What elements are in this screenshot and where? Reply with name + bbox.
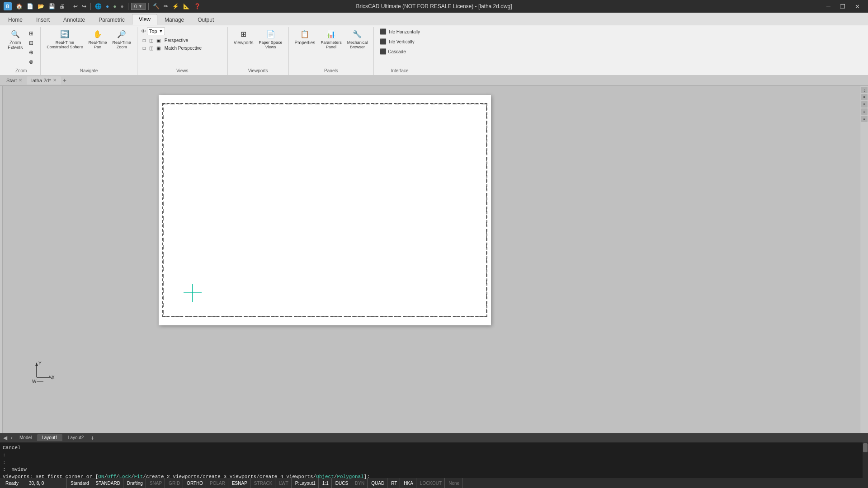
tab-latha[interactable]: latha 2d* ✕	[27, 76, 61, 84]
tile-h-icon: ⬛	[379, 28, 387, 35]
cascade-btn[interactable]: ⬛ Cascade	[377, 47, 422, 56]
qa-dropdown[interactable]: 0 ▼	[131, 3, 146, 10]
match-icon3[interactable]: ▣	[156, 45, 162, 52]
viewports-buttons: ⊞ Viewports 📄 Paper SpaceViews	[231, 27, 285, 66]
zoom-previous-btn[interactable]: ⊟	[26, 38, 37, 47]
interface-buttons: ⬛ Tile Horizontally ⬛ Tile Vertically ⬛ …	[377, 27, 422, 56]
ribbon-group-panels: 📋 Properties 📊 ParametersPanel 🔧 Mechani…	[289, 27, 374, 75]
qa-circle[interactable]: ●	[104, 3, 110, 10]
layout-tab-model[interactable]: Model	[15, 434, 36, 441]
zoom-rt-icon: 🔎	[116, 28, 127, 39]
tab-start[interactable]: Start ✕	[2, 76, 27, 84]
paper-space-icon: 📄	[265, 28, 276, 39]
qa-open[interactable]: 📄	[25, 3, 35, 10]
tile-v-icon: ⬛	[379, 38, 387, 45]
right-strip-btn-5[interactable]: ≡	[861, 116, 868, 122]
pan-label: Real-TimePan	[88, 40, 107, 49]
qa-print[interactable]: 🖨	[58, 3, 66, 10]
tab-insert[interactable]: Insert	[30, 15, 56, 25]
layout-tab-layout1[interactable]: Layout1	[37, 434, 62, 441]
zoom-realtime-btn[interactable]: ⊕	[26, 48, 37, 57]
qa-help[interactable]: ❓	[193, 3, 202, 10]
layout-tab-layout2[interactable]: Layout2	[63, 434, 89, 441]
perspective-icon2[interactable]: ◫	[148, 38, 155, 44]
right-strip-btn-1[interactable]: ⋮	[861, 87, 868, 93]
orbit-label: Real-TimeConstrained Sphere	[47, 40, 83, 49]
zoom-window-btn[interactable]: ⊞	[26, 29, 37, 38]
perspective-icon1[interactable]: □	[141, 38, 147, 44]
qa-undo[interactable]: ↩	[72, 3, 79, 10]
minimize-button[interactable]: ─	[822, 2, 835, 11]
qa-save2[interactable]: 💾	[47, 3, 57, 10]
tab-latha-close[interactable]: ✕	[53, 78, 57, 83]
perspective-icon3[interactable]: ▣	[156, 38, 162, 44]
cmd-polygonal: Polygonal	[337, 474, 363, 479]
tile-h-label: Tile Horizontally	[388, 29, 420, 34]
qa-circle2[interactable]: ●	[112, 3, 118, 10]
qa-snap[interactable]: ⚡	[171, 3, 180, 10]
qa-new[interactable]: 🏠	[14, 3, 24, 10]
tab-annotate[interactable]: Annotate	[57, 15, 91, 25]
layout-nav-prev[interactable]: ◀	[2, 435, 9, 441]
qa-pen[interactable]: ✏	[162, 3, 170, 10]
perspective-btn[interactable]: Perspective	[163, 37, 190, 44]
viewports-btn[interactable]: ⊞ Viewports	[231, 27, 256, 47]
tab-view[interactable]: View	[132, 14, 157, 25]
view-dropdown[interactable]: Top ▼	[147, 27, 165, 35]
command-scrollbar[interactable]	[863, 442, 868, 478]
qa-measure[interactable]: 📐	[182, 3, 191, 10]
document-tabs: Start ✕ latha 2d* ✕ +	[0, 75, 868, 86]
qa-separator2	[90, 3, 91, 10]
canvas-container[interactable]: Y X W	[3, 86, 860, 435]
zoom-previous-icon: ⊟	[28, 39, 35, 47]
pan-btn[interactable]: ✋ Real-TimePan	[86, 27, 109, 51]
layout-nav-prev2[interactable]: ‹	[9, 435, 14, 441]
tab-start-close[interactable]: ✕	[19, 78, 22, 83]
zoom-extents-btn[interactable]: 🔍 ZoomExtents	[5, 27, 25, 52]
tab-output[interactable]: Output	[191, 15, 220, 25]
properties-btn[interactable]: 📋 Properties	[292, 27, 318, 47]
pan-icon: ✋	[92, 28, 103, 39]
zoom-all-btn[interactable]: ⊗	[26, 57, 37, 66]
tab-parametric[interactable]: Parametric	[92, 15, 131, 25]
ucs-svg: Y X W	[32, 361, 57, 384]
cmd-viewports-label: Viewports: Set first corner or [	[3, 474, 98, 479]
qa-redo[interactable]: ↪	[80, 3, 88, 10]
right-strip-btn-2[interactable]: ≡	[861, 94, 868, 100]
match-icon1[interactable]: □	[141, 45, 147, 52]
ribbon-tabs: Home Insert Annotate Parametric View Man…	[0, 13, 868, 25]
right-panel-strip: ⋮ ≡ ≡ ≡ ≡	[860, 86, 868, 435]
mechanical-btn[interactable]: 🔧 MechanicalBrowser	[345, 27, 370, 51]
qa-save[interactable]: 📂	[36, 3, 46, 10]
match-icon2[interactable]: ◫	[148, 45, 155, 52]
tab-manage[interactable]: Manage	[158, 15, 190, 25]
svg-marker-4	[35, 362, 38, 366]
viewport-area: Y X W ⋮ ≡ ≡ ≡ ≡	[0, 86, 868, 435]
orbit-btn[interactable]: 🔄 Real-TimeConstrained Sphere	[44, 27, 85, 51]
tile-vertical-btn[interactable]: ⬛ Tile Vertically	[377, 37, 422, 46]
qa-separator1	[69, 3, 69, 10]
tab-start-label: Start	[6, 78, 17, 83]
ribbon-group-navigate: 🔄 Real-TimeConstrained Sphere ✋ Real-Tim…	[41, 27, 137, 75]
tile-horizontal-btn[interactable]: ⬛ Tile Horizontally	[377, 27, 422, 36]
qa-circle3[interactable]: ●	[119, 3, 125, 10]
right-strip-btn-4[interactable]: ≡	[861, 108, 868, 115]
cmd-line-4: : _mview	[3, 466, 865, 473]
qa-globe[interactable]: 🌐	[94, 3, 103, 10]
new-tab-button[interactable]: +	[61, 77, 68, 84]
zoom-rt-btn[interactable]: 🔎 Real-TimeZoom	[110, 27, 133, 51]
ribbon-group-viewports: ⊞ Viewports 📄 Paper SpaceViews Viewports	[228, 27, 289, 75]
paper-space-btn[interactable]: 📄 Paper SpaceViews	[257, 27, 285, 51]
tile-v-label: Tile Vertically	[388, 39, 415, 44]
restore-button[interactable]: ❐	[835, 2, 850, 11]
match-perspective-btn[interactable]: Match Perspective	[163, 45, 203, 52]
close-button[interactable]: ✕	[850, 2, 864, 11]
svg-text:Y: Y	[38, 361, 42, 366]
navigate-buttons: 🔄 Real-TimeConstrained Sphere ✋ Real-Tim…	[44, 27, 133, 66]
parameters-btn[interactable]: 📊 ParametersPanel	[318, 27, 344, 51]
right-strip-btn-3[interactable]: ≡	[861, 101, 868, 108]
orbit-icon: 🔄	[59, 28, 70, 39]
qa-tools[interactable]: 🔨	[151, 3, 161, 10]
add-layout-button[interactable]: +	[89, 434, 95, 441]
tab-home[interactable]: Home	[2, 15, 29, 25]
